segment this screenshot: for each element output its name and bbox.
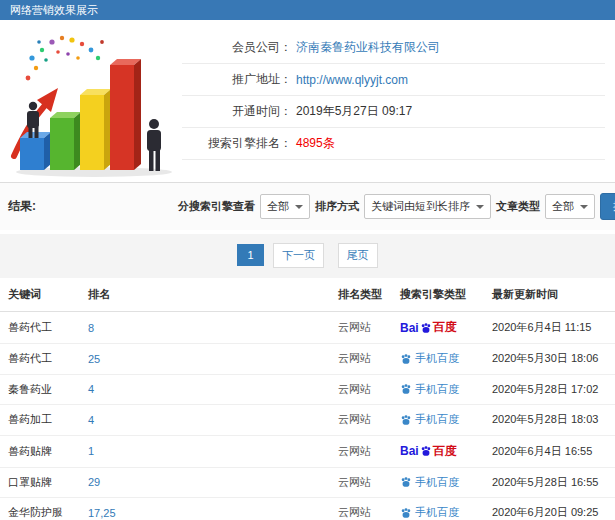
info-field-label: 搜索引擎排名：	[182, 135, 292, 152]
mobile-baidu-icon: 手机百度	[400, 382, 459, 397]
update-time-cell: 2020年6月4日 16:55	[484, 435, 615, 467]
confetti-dots	[26, 36, 104, 81]
rank-link[interactable]: 25	[80, 344, 330, 375]
info-field-value[interactable]: http://www.qlyyjt.com	[296, 73, 408, 87]
paw-icon	[400, 476, 412, 488]
article-type-select[interactable]: 全部	[545, 194, 595, 219]
rank-link[interactable]: 4	[80, 405, 330, 436]
keyword-cell: 金华防护服	[0, 498, 80, 520]
rank-link[interactable]: 4	[80, 374, 330, 405]
update-time-cell: 2020年5月28日 17:02	[484, 374, 615, 405]
rank-link[interactable]: 17,25	[80, 498, 330, 520]
submit-button[interactable]: 提交	[600, 193, 615, 220]
rank-type-cell: 云网站	[330, 467, 392, 498]
update-time-cell: 2020年6月4日 11:15	[484, 312, 615, 344]
results-table-body: 兽药代工8云网站Bai百度2020年6月4日 11:15兽药代工25云网站手机百…	[0, 312, 615, 520]
info-field-value: 2019年5月27日 09:17	[296, 103, 412, 120]
engine-filter-value: 全部	[267, 199, 289, 214]
mobile-baidu-icon: 手机百度	[400, 475, 459, 490]
column-header: 关键词	[0, 278, 80, 312]
chart-illustration	[6, 30, 176, 178]
page-title: 网络营销效果展示	[10, 4, 98, 16]
column-header: 排名类型	[330, 278, 392, 312]
chevron-down-icon	[580, 205, 588, 209]
info-field-label: 开通时间：	[182, 103, 292, 120]
results-table: 关键词排名排名类型搜索引擎类型最新更新时间 兽药代工8云网站Bai百度2020年…	[0, 278, 615, 520]
rank-link[interactable]: 29	[80, 467, 330, 498]
column-header: 排名	[80, 278, 330, 312]
rank-type-cell: 云网站	[330, 344, 392, 375]
paw-icon	[420, 322, 432, 334]
chevron-down-icon	[476, 205, 484, 209]
keyword-cell: 兽药代工	[0, 312, 80, 344]
info-field-row: 开通时间：2019年5月27日 09:17	[182, 96, 605, 128]
info-panel: 会员公司：济南秦鲁药业科技有限公司推广地址：http://www.qlyyjt.…	[0, 20, 615, 182]
update-time-cell: 2020年5月30日 18:06	[484, 344, 615, 375]
rank-link[interactable]: 1	[80, 435, 330, 467]
info-field-label: 会员公司：	[182, 39, 292, 56]
filter-bar: 结果: 分搜索引擎查看 全部 排序方式 关键词由短到长排序 文章类型 全部 提交	[0, 182, 615, 230]
table-row: 兽药代工8云网站Bai百度2020年6月4日 11:15	[0, 312, 615, 344]
keyword-cell: 兽药加工	[0, 405, 80, 436]
chevron-down-icon	[295, 205, 303, 209]
keyword-cell: 口罩贴牌	[0, 467, 80, 498]
table-row: 秦鲁药业4云网站手机百度2020年5月28日 17:02	[0, 374, 615, 405]
article-type-label: 文章类型	[496, 199, 540, 214]
page: 网络营销效果展示	[0, 0, 615, 520]
paw-icon	[420, 445, 432, 457]
mobile-baidu-icon: 手机百度	[400, 351, 459, 366]
rank-type-cell: 云网站	[330, 405, 392, 436]
rank-type-cell: 云网站	[330, 312, 392, 344]
rank-type-cell: 云网站	[330, 374, 392, 405]
engine-filter-select[interactable]: 全部	[260, 194, 310, 219]
engine-cell: 手机百度	[392, 374, 484, 405]
sort-value: 关键词由短到长排序	[371, 199, 470, 214]
article-type-value: 全部	[552, 199, 574, 214]
next-page-button[interactable]: 下一页	[273, 243, 324, 268]
info-field-value: 4895条	[296, 135, 335, 152]
mobile-baidu-icon: 手机百度	[400, 412, 459, 427]
pagination: 1 下一页 尾页	[0, 234, 615, 278]
rank-type-cell: 云网站	[330, 498, 392, 520]
info-field-row: 搜索引擎排名：4895条	[182, 128, 605, 160]
sort-label: 排序方式	[315, 199, 359, 214]
info-field-label: 推广地址：	[182, 71, 292, 88]
engine-cell: 手机百度	[392, 498, 484, 520]
update-time-cell: 2020年5月28日 18:03	[484, 405, 615, 436]
paw-icon	[400, 353, 412, 365]
info-field-row: 会员公司：济南秦鲁药业科技有限公司	[182, 32, 605, 64]
page-number-current[interactable]: 1	[237, 244, 263, 266]
table-header-row: 关键词排名排名类型搜索引擎类型最新更新时间	[0, 278, 615, 312]
table-row: 金华防护服17,25云网站手机百度2020年6月20日 09:25	[0, 498, 615, 520]
bar-chart-clipart	[6, 30, 176, 178]
last-page-button[interactable]: 尾页	[338, 243, 378, 268]
businessman-right	[147, 119, 161, 171]
keyword-cell: 秦鲁药业	[0, 374, 80, 405]
engine-cell: 手机百度	[392, 405, 484, 436]
baidu-logo-icon: Bai百度	[400, 443, 457, 460]
result-label: 结果:	[8, 198, 178, 215]
engine-cell: 手机百度	[392, 467, 484, 498]
title-bar: 网络营销效果展示	[0, 0, 615, 20]
update-time-cell: 2020年5月28日 16:55	[484, 467, 615, 498]
paw-icon	[400, 507, 412, 519]
sort-select[interactable]: 关键词由短到长排序	[364, 194, 491, 219]
table-row: 兽药贴牌1云网站Bai百度2020年6月4日 16:55	[0, 435, 615, 467]
info-field-row: 推广地址：http://www.qlyyjt.com	[182, 64, 605, 96]
rank-link[interactable]: 8	[80, 312, 330, 344]
mobile-baidu-icon: 手机百度	[400, 505, 459, 520]
update-time-cell: 2020年6月20日 09:25	[484, 498, 615, 520]
table-row: 兽药加工4云网站手机百度2020年5月28日 18:03	[0, 405, 615, 436]
paw-icon	[400, 383, 412, 395]
keyword-cell: 兽药贴牌	[0, 435, 80, 467]
column-header: 搜索引擎类型	[392, 278, 484, 312]
baidu-logo-icon: Bai百度	[400, 319, 457, 336]
filter-controls: 分搜索引擎查看 全部 排序方式 关键词由短到长排序 文章类型 全部 提交	[178, 193, 615, 220]
table-row: 兽药代工25云网站手机百度2020年5月30日 18:06	[0, 344, 615, 375]
engine-cell: Bai百度	[392, 312, 484, 344]
engine-cell: 手机百度	[392, 344, 484, 375]
column-header: 最新更新时间	[484, 278, 615, 312]
keyword-cell: 兽药代工	[0, 344, 80, 375]
info-field-value[interactable]: 济南秦鲁药业科技有限公司	[296, 39, 440, 56]
table-row: 口罩贴牌29云网站手机百度2020年5月28日 16:55	[0, 467, 615, 498]
